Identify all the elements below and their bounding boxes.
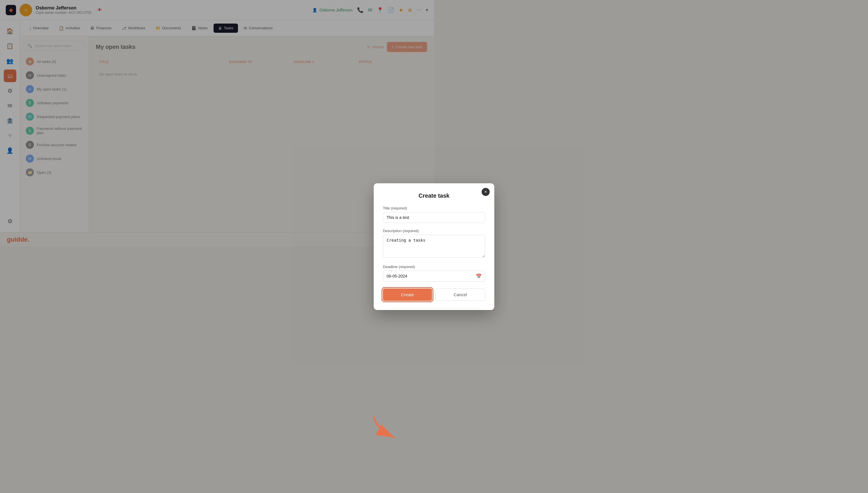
modal-title: Create task: [383, 192, 434, 199]
title-input[interactable]: [383, 212, 434, 223]
description-field-group: Description (required) Creating a tasks: [383, 229, 434, 247]
modal-overlay: Create task × Title (required) Descripti…: [0, 0, 434, 246]
title-label: Title (required): [383, 206, 434, 210]
title-field-group: Title (required): [383, 206, 434, 223]
create-task-modal: Create task × Title (required) Descripti…: [374, 183, 434, 247]
description-label: Description (required): [383, 229, 434, 233]
description-input[interactable]: Creating a tasks: [383, 235, 434, 247]
